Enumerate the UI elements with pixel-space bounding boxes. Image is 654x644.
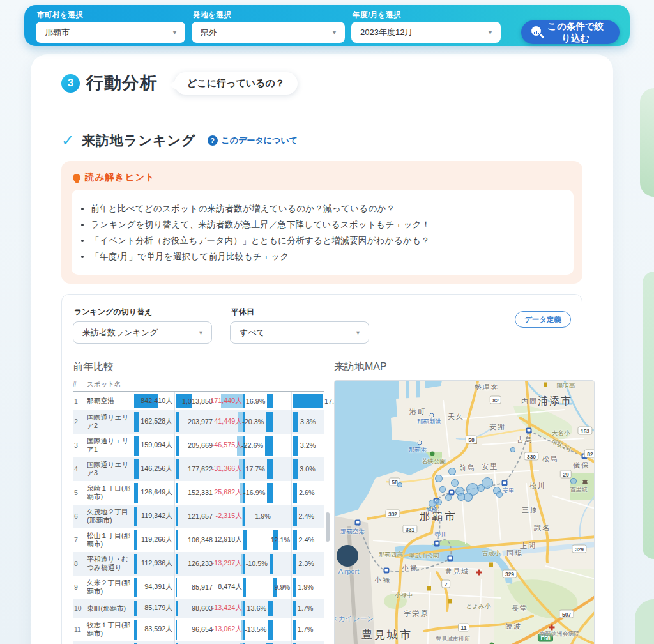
visit-map-section: 来訪地MAP xyxy=(334,360,595,644)
visit-spot-bubble[interactable] xyxy=(464,493,473,502)
visitors-cell: 119,266人 xyxy=(133,528,174,552)
spot-name-cell: 国際通りエリア2 xyxy=(87,410,133,434)
table-row[interactable]: 7松山１丁目(那覇市)119,266人106,34812,918人12.1%2.… xyxy=(73,528,324,552)
decoration-green-blob-bottom xyxy=(635,599,654,644)
table-row[interactable]: 4国際通りエリア3146,256人177,622-31,366人-17.7%3.… xyxy=(73,457,324,481)
ranking-switch-select[interactable]: 来訪者数ランキング ▼ xyxy=(73,321,212,344)
chevron-down-icon: ▼ xyxy=(355,330,361,336)
ranking-switch-value: 来訪者数ランキング xyxy=(82,327,158,339)
about-data-link[interactable]: ? このデータについて xyxy=(208,135,298,146)
hint-title: 読み解きヒント xyxy=(85,171,155,183)
pct-cell: -22.6% xyxy=(255,434,291,457)
visit-spot-bubble[interactable] xyxy=(337,545,358,567)
hint-box: 読み解きヒント 前年と比べてどのスポットの来訪者数が増えているのか？減っているの… xyxy=(61,161,582,284)
prev-year-cell: 98,603 xyxy=(174,599,215,618)
visit-spot-bubble[interactable] xyxy=(496,491,503,498)
pct-cell: -20.3% xyxy=(255,410,291,434)
rank-cell: 11 xyxy=(73,618,87,641)
chevron-down-icon: ▼ xyxy=(487,29,493,36)
rank-cell: 7 xyxy=(73,528,87,552)
share-cell: 1.7% xyxy=(291,641,324,644)
origin-select[interactable]: 県外 ▼ xyxy=(192,22,345,43)
chevron-down-icon: ▼ xyxy=(172,29,178,36)
table-row[interactable]: 2国際通りエリア2162,528人203,977-41,449人-20.3%3.… xyxy=(73,410,324,434)
visit-map-title: 来訪地MAP xyxy=(334,360,595,374)
rank-header: # xyxy=(73,380,87,389)
share-cell: 17.2% xyxy=(291,392,324,410)
table-row[interactable]: 8平和通り・むつみ橋通り112,936人126,233-13,297人-10.5… xyxy=(73,552,324,576)
spot-name-cell: 久茂地２丁目(那覇市) xyxy=(87,505,133,528)
table-row[interactable]: 9久米２丁目(那覇市)94,391人85,9178,474人9.9%1.9% xyxy=(73,576,324,599)
comparison-table-body: 1那覇空港842,410人1,013,850-171,440人-16.9%17.… xyxy=(73,392,324,644)
visitors-cell: 85,179人 xyxy=(133,599,174,618)
table-row[interactable]: 6久茂地２丁目(那覇市)119,342人121,657-2,315人-1.9%2… xyxy=(73,505,324,528)
visit-spot-bubble[interactable] xyxy=(397,482,402,487)
spot-name-header: スポット名 xyxy=(87,380,133,389)
spot-name-cell: 平和通り・むつみ橋通り xyxy=(87,552,133,576)
visit-spot-bubble[interactable] xyxy=(445,494,452,501)
daytype-select[interactable]: すべて ▼ xyxy=(230,321,369,344)
chevron-down-icon: ▼ xyxy=(331,29,337,36)
visit-spot-bubble[interactable] xyxy=(510,447,515,452)
prev-year-cell: 205,669 xyxy=(174,434,215,457)
hint-item: 前年と比べてどのスポットの来訪者数が増えているのか？減っているのか？ xyxy=(91,203,562,215)
visitors-cell: 94,391人 xyxy=(133,576,174,599)
spot-name-cell: 泉崎１丁目(那覇市) xyxy=(87,481,133,505)
visitors-cell: 126,649人 xyxy=(133,481,174,505)
municipality-select[interactable]: 那覇市 ▼ xyxy=(36,22,185,43)
share-cell: 3.2% xyxy=(291,434,324,457)
table-row[interactable]: 12牧志２丁目(那覇市)81,602人101,478-19,876人-19.6%… xyxy=(73,641,324,644)
visit-spot-bubble[interactable] xyxy=(436,499,442,505)
apply-filter-button[interactable]: この条件で絞り込む xyxy=(521,20,620,44)
visit-spot-bubble[interactable] xyxy=(435,475,443,482)
rank-cell: 9 xyxy=(73,576,87,599)
share-cell: 1.9% xyxy=(291,576,324,599)
step-number-badge: 3 xyxy=(61,74,80,93)
spot-name-cell: 東町(那覇市) xyxy=(87,599,133,618)
daytype-label: 平休日 xyxy=(231,307,369,318)
question-icon: ? xyxy=(208,135,218,146)
hint-item: 「イベント分析（お役立ちデータ内）」とともに分析すると増減要因がわかるかも？ xyxy=(91,235,562,247)
period-filter: 年度/月を選択 2023年度12月 ▼ xyxy=(351,10,501,43)
share-cell: 3.0% xyxy=(291,457,324,481)
table-row[interactable]: 3国際通りエリア1159,094人205,669-46,575人-22.6%3.… xyxy=(73,434,324,457)
visit-map[interactable]: 8215358330822958332331329329711507E58E58… xyxy=(334,380,595,644)
visit-spot-bubble[interactable] xyxy=(482,477,493,489)
visit-spot-bubble[interactable] xyxy=(451,479,459,487)
period-filter-label: 年度/月を選択 xyxy=(353,10,501,20)
table-row[interactable]: 5泉崎１丁目(那覇市)126,649人152,331-25,682人-16.9%… xyxy=(73,481,324,505)
diff-cell: -2,315人 xyxy=(215,505,255,528)
chevron-down-icon: ▼ xyxy=(198,330,204,336)
rank-cell: 2 xyxy=(73,410,87,434)
table-scrollbar-thumb[interactable] xyxy=(326,512,330,542)
data-definition-button[interactable]: データ定義 xyxy=(515,311,571,328)
table-row[interactable]: 1那覇空港842,410人1,013,850-171,440人-16.9%17.… xyxy=(73,392,324,410)
prev-year-cell: 152,331 xyxy=(174,481,215,505)
visit-spot-bubble[interactable] xyxy=(457,493,465,501)
rank-cell: 6 xyxy=(73,505,87,528)
diff-cell: 12,918人 xyxy=(215,528,255,552)
table-row[interactable]: 11牧志１丁目(那覇市)83,592人96,654-13,062人-13.5%1… xyxy=(73,618,324,641)
prev-year-cell: 96,654 xyxy=(174,618,215,641)
visit-spot-bubble[interactable] xyxy=(439,486,446,493)
pct-cell: -1.9% xyxy=(255,505,291,528)
prev-year-cell: 126,233 xyxy=(174,552,215,576)
map-bubble-layer xyxy=(335,381,594,644)
visitors-cell: 81,602人 xyxy=(133,641,174,644)
prev-year-cell: 203,977 xyxy=(174,410,215,434)
ranking-switch-group: ランキングの切り替え 来訪者数ランキング ▼ xyxy=(73,305,212,344)
pct-cell: -13.6% xyxy=(255,599,291,618)
municipality-filter-label: 市町村を選択 xyxy=(37,10,185,20)
pct-cell: -16.9% xyxy=(255,481,291,505)
period-select-value: 2023年度12月 xyxy=(360,27,413,38)
visitors-cell: 146,256人 xyxy=(133,457,174,481)
period-select[interactable]: 2023年度12月 ▼ xyxy=(351,22,501,43)
rank-cell: 10 xyxy=(73,599,87,618)
table-row[interactable]: 10東町(那覇市)85,179人98,603-13,424人-13.6%1.7% xyxy=(73,599,324,618)
filter-bar: 市町村を選択 那覇市 ▼ 発地を選択 県外 ▼ 年度/月を選択 2023年度12… xyxy=(24,5,630,46)
visit-spot-bubble[interactable] xyxy=(570,478,577,484)
prev-year-cell: 85,917 xyxy=(174,576,215,599)
comparison-table-title: 前年比較 xyxy=(73,360,324,374)
visit-spot-bubble[interactable] xyxy=(448,468,456,475)
share-cell: 2.4% xyxy=(291,528,324,552)
